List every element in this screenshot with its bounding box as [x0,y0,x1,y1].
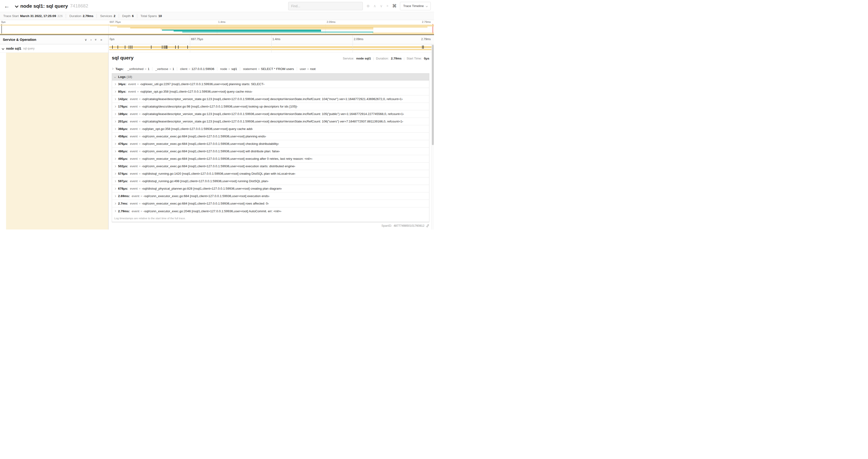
logs-note: Log timestamps are relative to the start… [112,215,429,222]
log-entry[interactable]: 80μs:event=‹sql/plan_opt.go:358 [nsql1,c… [112,88,429,95]
chevron-right-icon [114,128,116,130]
chevron-right-icon [114,143,116,144]
chevron-right-icon [114,91,116,92]
log-field-equals: = [138,150,142,153]
span-id-value: 4877749850101760812 [394,224,425,227]
zoom-icon[interactable]: ⊕ [367,4,370,8]
tag-key: _verbose [155,67,168,71]
logs-section: Logs (18) 34μs:event=‹sql/exec_util.go:2… [112,73,429,222]
log-text: event=‹sql/distsql_physical_planner.go:8… [130,187,282,190]
timeline-minimap[interactable]: 0μs697.75μs1.4ms2.09ms2.79ms [0,20,434,35]
log-timestamp: 486μs: [118,150,128,153]
chevron-right-icon [114,195,116,197]
scrollbar-thumb[interactable] [432,45,434,145]
chevron-down-icon [15,4,19,8]
log-field-key: event [130,105,138,108]
view-selector-label: Trace Timeline [403,4,424,8]
span-color-fill [6,53,108,230]
span-name-cell[interactable]: node sql1 sql query [0,44,108,53]
log-entry[interactable]: 2.69ms:event=‹sql/conn_executor_exec.go:… [112,192,429,200]
log-entry[interactable]: 495μs:event=‹sql/conn_executor_exec.go:6… [112,155,429,163]
minimap-span [162,30,321,31]
stat-item: Depth6 [119,14,137,18]
collapse-trace-button[interactable] [16,5,18,7]
log-timestamp: 476μs: [118,142,128,145]
log-entry[interactable]: 176μs:event=‹sql/catalog/descs/descripto… [112,103,429,110]
log-field-key: event [130,179,138,183]
minimap-span [182,32,373,33]
ruler-tick-label: 697.75μs [110,21,121,23]
tags-label: Tags: [116,67,124,71]
log-field-key: event [128,82,136,86]
collapse-one-icon[interactable]: ∨ [85,38,87,41]
log-entry[interactable]: 201μs:event=‹sql/catalog/lease/descripto… [112,118,429,125]
tag: statement=SELECT * FROM users [240,67,297,71]
span-detail-area: sql query Service:node sql1 | Duration:2… [0,53,434,230]
span-tree-gutter [0,53,108,230]
logs-label: Logs [118,75,126,78]
collapse-all-icon[interactable]: » [94,39,98,41]
span-row[interactable]: node sql1 sql query [0,44,434,53]
log-entry[interactable]: 476μs:event=‹sql/conn_executor_exec.go:6… [112,140,429,147]
log-field-equals: = [138,135,142,138]
log-field-key: event [130,202,138,205]
log-field-value: ‹sql/conn_executor_exec.go:684 [nsql1,cl… [142,157,312,160]
clear-search-icon[interactable]: × [386,4,389,8]
log-entry[interactable]: 678μs:event=‹sql/distsql_physical_planne… [112,185,429,192]
span-bar-cell[interactable] [108,44,434,53]
keyboard-shortcuts-icon[interactable]: ⌘ [392,3,400,9]
log-entry[interactable]: 459μs:event=‹sql/conn_executor_exec.go:6… [112,133,429,140]
link-icon[interactable] [426,224,429,227]
log-field-value: ‹sql/catalog/lease/descriptor_version_st… [142,112,404,116]
minimap-left-handle[interactable] [1,24,2,35]
log-entry[interactable]: 2.79ms:event=‹sql/conn_executor_exec.go:… [112,207,429,215]
log-entry[interactable]: 2.7ms:event=‹sql/conn_executor_exec.go:6… [112,200,429,207]
chevron-right-icon [114,165,116,167]
tags-accordion[interactable]: Tags: _unfinished=1_verbose=1client=127.… [112,65,429,73]
duration-value: 2.79ms [391,57,402,60]
log-entry[interactable]: 366μs:event=‹sql/plan_opt.go:358 [nsql1,… [112,125,429,133]
minimap-ruler: 0μs697.75μs1.4ms2.09ms2.79ms [0,20,434,24]
log-marker [118,45,118,49]
stat-item: Services2 [97,14,119,18]
next-result-icon[interactable]: ∨ [380,4,383,8]
tag: _unfinished=1 [125,67,152,71]
find-tools: ⊕ ∧ ∨ × [363,4,392,8]
logs-accordion-header[interactable]: Logs (18) [112,73,429,80]
expand-one-icon[interactable]: › [91,38,92,41]
log-field-key: event [130,120,138,123]
log-entry[interactable]: 502μs:event=‹sql/conn_executor_exec.go:6… [112,163,429,170]
tag: _verbose=1 [152,67,177,71]
minimap-canvas[interactable] [0,24,434,35]
log-field-key: event [130,150,138,153]
expand-all-icon[interactable]: » [100,38,102,41]
log-entry[interactable]: 597μs:event=‹sql/distsql_running.go:498 … [112,177,429,185]
stat-item: Trace StartMarch 31 2022, 17:25:09.326 [3,14,66,18]
service-operation-label: Service & Operation [3,38,36,41]
log-field-value: ‹sql/conn_executor_exec.go:684 [nsql1,cl… [142,142,279,145]
prev-result-icon[interactable]: ∧ [373,4,376,8]
log-field-equals: = [136,90,140,93]
tag-equals: = [187,67,192,71]
log-timestamp: 142μs: [118,97,128,101]
vertical-scrollbar[interactable] [431,44,434,230]
ruler-tick-label: 697.75μs [191,38,203,41]
back-button[interactable]: ← [2,3,12,9]
log-field-value: ‹sql/conn_executor_exec.go:684 [nsql1,cl… [142,202,269,205]
chevron-right-icon [114,113,116,115]
ruler-tick-label: 1.4ms [273,38,280,41]
log-field-equals: = [138,157,142,160]
log-entry[interactable]: 34μs:event=‹sql/exec_util.go:2297 [nsql1… [112,80,429,88]
log-entry[interactable]: 486μs:event=‹sql/conn_executor_exec.go:6… [112,147,429,155]
stat-item: Duration2.79ms [66,14,97,18]
log-entry[interactable]: 189μs:event=‹sql/catalog/lease/descripto… [112,110,429,118]
log-entry[interactable]: 574μs:event=‹sql/distsql_running.go:1420… [112,170,429,177]
log-timestamp: 80μs: [118,90,126,93]
chevron-down-icon[interactable] [2,47,4,50]
find-input[interactable] [288,2,363,10]
log-entry[interactable]: 142μs:event=‹sql/catalog/lease/descripto… [112,95,429,103]
view-selector-button[interactable]: Trace Timeline [400,2,431,10]
span-operation-name: sql query [23,47,34,50]
log-text: event=‹sql/exec_util.go:2297 [nsql1,clie… [128,82,265,86]
log-timestamp: 597μs: [118,179,128,183]
